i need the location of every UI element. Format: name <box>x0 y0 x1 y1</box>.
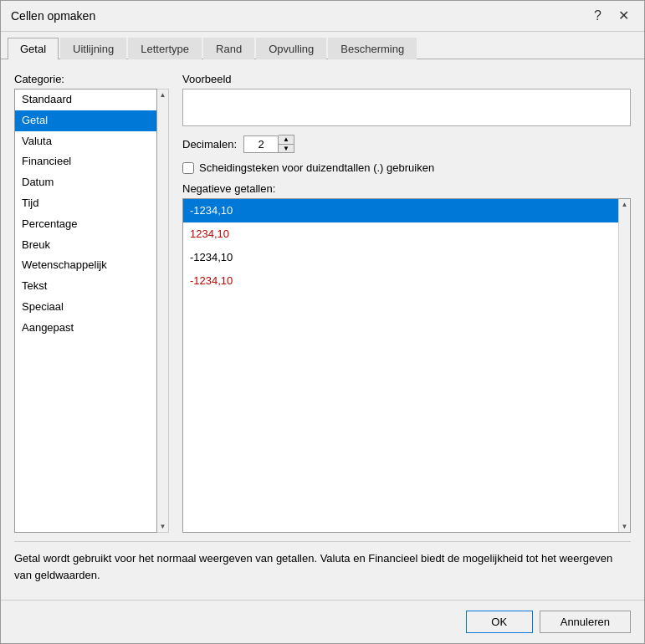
close-button[interactable]: ✕ <box>613 8 634 24</box>
neg-scroll-down-arrow[interactable]: ▼ <box>622 523 628 530</box>
decimals-label: Decimalen: <box>182 138 237 151</box>
preview-section: Voorbeeld <box>182 73 631 126</box>
title-bar: Cellen opmaken ? ✕ <box>1 1 644 32</box>
category-list[interactable]: Standaard Getal Valuta Financieel Datum … <box>14 89 157 533</box>
thousand-separator-checkbox[interactable] <box>182 162 194 174</box>
category-item-tijd[interactable]: Tijd <box>15 193 156 214</box>
negative-list-container: -1234,10 1234,10 -1234,10 -1234,10 ▲ ▼ <box>182 198 631 533</box>
dialog-title: Cellen opmaken <box>11 9 95 23</box>
negative-item-1[interactable]: 1234,10 <box>183 222 618 246</box>
preview-label: Voorbeeld <box>182 73 631 85</box>
category-item-wetenschappelijk[interactable]: Wetenschappelijk <box>15 255 156 276</box>
decimals-row: Decimalen: ▲ ▼ <box>182 135 631 153</box>
decimals-spinner: ▲ ▼ <box>243 135 294 153</box>
category-list-scrollbar[interactable]: ▲ ▼ <box>157 89 169 533</box>
tabs-bar: Getal Uitlijning Lettertype Rand Opvulli… <box>1 32 644 59</box>
preview-box <box>182 89 631 126</box>
tab-opvulling[interactable]: Opvulling <box>256 38 326 59</box>
dialog: Cellen opmaken ? ✕ Getal Uitlijning Lett… <box>0 0 645 644</box>
help-button[interactable]: ? <box>589 8 607 24</box>
ok-button[interactable]: OK <box>466 611 533 633</box>
category-item-breuk[interactable]: Breuk <box>15 235 156 256</box>
left-panel: Categorie: Standaard Getal Valuta Financ… <box>14 73 169 533</box>
scroll-up-arrow[interactable]: ▲ <box>160 91 166 99</box>
tab-bescherming[interactable]: Bescherming <box>328 38 417 59</box>
category-item-financieel[interactable]: Financieel <box>15 151 156 172</box>
category-item-tekst[interactable]: Tekst <box>15 276 156 297</box>
category-item-valuta[interactable]: Valuta <box>15 131 156 152</box>
spinner-up-button[interactable]: ▲ <box>279 135 294 144</box>
category-item-speciaal[interactable]: Speciaal <box>15 297 156 318</box>
negative-list[interactable]: -1234,10 1234,10 -1234,10 -1234,10 <box>183 199 618 532</box>
tab-getal[interactable]: Getal <box>8 38 59 59</box>
spinner-buttons: ▲ ▼ <box>279 135 294 153</box>
footer: OK Annuleren <box>1 600 644 643</box>
category-item-aangepast[interactable]: Aangepast <box>15 318 156 339</box>
neg-scroll-up-arrow[interactable]: ▲ <box>622 201 628 208</box>
negative-item-0[interactable]: -1234,10 <box>183 199 618 222</box>
title-bar-controls: ? ✕ <box>589 8 634 24</box>
cancel-button[interactable]: Annuleren <box>540 611 631 633</box>
category-item-standaard[interactable]: Standaard <box>15 89 156 110</box>
right-panel: Voorbeeld Decimalen: ▲ ▼ <box>182 73 631 533</box>
description-text: Getal wordt gebruikt voor het normaal we… <box>14 541 631 586</box>
negative-item-2[interactable]: -1234,10 <box>183 246 618 269</box>
tab-rand[interactable]: Rand <box>203 38 254 59</box>
category-list-container: Standaard Getal Valuta Financieel Datum … <box>14 89 169 533</box>
content-area: Categorie: Standaard Getal Valuta Financ… <box>1 59 644 600</box>
category-item-percentage[interactable]: Percentage <box>15 214 156 235</box>
tab-lettertype[interactable]: Lettertype <box>128 38 202 59</box>
negative-item-3[interactable]: -1234,10 <box>183 269 618 293</box>
main-section: Categorie: Standaard Getal Valuta Financ… <box>14 73 631 533</box>
spinner-down-button[interactable]: ▼ <box>279 144 294 152</box>
checkbox-row: Scheidingsteken voor duizendtallen (.) g… <box>182 161 631 174</box>
negative-list-scrollbar[interactable]: ▲ ▼ <box>618 199 630 532</box>
scroll-down-arrow[interactable]: ▼ <box>160 523 166 530</box>
thousand-separator-label[interactable]: Scheidingsteken voor duizendtallen (.) g… <box>199 161 434 174</box>
tab-uitlijning[interactable]: Uitlijning <box>60 38 126 59</box>
negative-section: Negatieve getallen: -1234,10 1234,10 -12… <box>182 182 631 533</box>
category-label: Categorie: <box>14 73 169 85</box>
category-item-getal[interactable]: Getal <box>15 110 156 131</box>
decimals-input[interactable] <box>243 135 279 153</box>
negative-numbers-label: Negatieve getallen: <box>182 182 631 195</box>
category-item-datum[interactable]: Datum <box>15 172 156 193</box>
